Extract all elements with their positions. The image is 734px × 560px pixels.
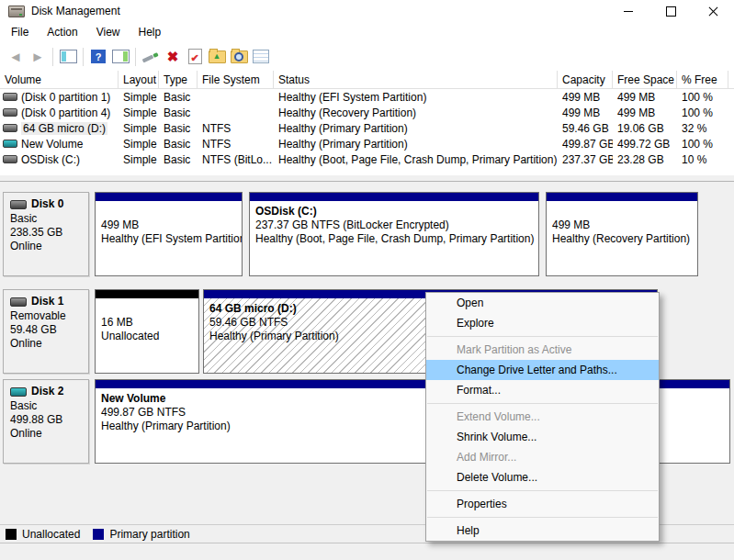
open-folder-icon[interactable]: ▲ [206, 47, 228, 67]
mark-active-icon[interactable]: ✔ [184, 47, 206, 67]
menu-action[interactable]: Action [38, 23, 86, 41]
disk-icon [10, 297, 27, 307]
volume-disk-icon [3, 155, 17, 163]
views-icon[interactable] [250, 47, 272, 67]
context-menu-properties[interactable]: Properties [426, 494, 659, 514]
toolbar-separator [135, 48, 136, 66]
partition-osdisk-c[interactable]: OSDisk (C:) 237.37 GB NTFS (BitLocker En… [249, 192, 539, 276]
maximize-icon [666, 6, 676, 17]
volume-disk-icon [3, 93, 17, 101]
context-menu-explore[interactable]: Explore [426, 313, 659, 333]
context-menu-delete-volume[interactable]: Delete Volume... [426, 467, 659, 487]
volume-disk-icon [3, 124, 17, 132]
action-pane-icon[interactable] [109, 47, 131, 67]
window-title: Disk Management [31, 5, 120, 17]
context-menu-open[interactable]: Open [426, 293, 659, 313]
unallocated-legend-label: Unallocated [22, 528, 80, 541]
header-volume[interactable]: Volume [0, 71, 119, 88]
toolbar-separator [83, 48, 84, 66]
toolbar-separator [52, 48, 53, 66]
header-capacity[interactable]: Capacity [558, 71, 613, 88]
titlebar: Disk Management [0, 0, 734, 22]
primary-partition-bar [96, 193, 242, 201]
disk2-label[interactable]: Disk 2 Basic 499.88 GB Online [3, 379, 89, 464]
pane-splitter[interactable] [0, 175, 734, 182]
volume-row[interactable]: (Disk 0 partition 4) Simple Basic Health… [0, 105, 734, 120]
header-pct-free[interactable]: % Free [677, 71, 728, 88]
help-icon[interactable]: ? [87, 47, 109, 67]
minimize-icon [624, 11, 633, 12]
context-menu-separator [427, 490, 658, 491]
context-menu-change-drive-letter[interactable]: Change Drive Letter and Paths... [426, 360, 659, 380]
primary-partition-legend-label: Primary partition [109, 528, 189, 541]
back-icon[interactable]: ◄ [5, 47, 27, 67]
menu-view[interactable]: View [87, 23, 130, 41]
app-disk-icon [8, 6, 25, 17]
partition-unallocated[interactable]: 16 MB Unallocated [95, 289, 199, 374]
explore-folder-icon[interactable] [228, 47, 250, 67]
context-menu-separator [427, 403, 658, 404]
context-menu-shrink-volume[interactable]: Shrink Volume... [426, 427, 659, 447]
primary-partition-bar [250, 193, 538, 201]
context-menu-extend-volume: Extend Volume... [426, 407, 659, 427]
volume-list: Volume Layout Type File System Status Ca… [0, 71, 734, 175]
context-menu-add-mirror: Add Mirror... [426, 447, 659, 467]
partition-efi[interactable]: 499 MB Healthy (EFI System Partition) [95, 192, 243, 276]
minimize-button[interactable] [607, 0, 649, 22]
context-menu-separator [427, 517, 658, 518]
menubar: File Action View Help [0, 22, 734, 42]
menu-file[interactable]: File [2, 23, 38, 41]
volume-disk-icon [3, 140, 17, 148]
volume-row[interactable]: OSDisk (C:) Simple Basic NTFS (BitLo... … [0, 151, 734, 167]
toolbar: ◄ ► ? ✖ ✔ ▲ [0, 42, 734, 72]
primary-partition-swatch [93, 529, 104, 540]
close-button[interactable] [692, 0, 734, 22]
context-menu-help[interactable]: Help [426, 521, 659, 541]
unallocated-bar [96, 290, 198, 298]
console-tree-icon[interactable] [57, 47, 79, 67]
unallocated-swatch [6, 529, 17, 540]
disk1-label[interactable]: Disk 1 Removable 59.48 GB Online [3, 289, 89, 374]
volume-row[interactable]: (Disk 0 partition 1) Simple Basic Health… [0, 89, 734, 105]
context-menu: Open Explore Mark Partition as Active Ch… [425, 292, 660, 542]
primary-partition-bar [547, 193, 697, 201]
maximize-button[interactable] [649, 0, 692, 22]
volume-row[interactable]: New Volume Simple Basic NTFS Healthy (Pr… [0, 136, 734, 151]
disk-management-window: Disk Management File Action View Help ◄ … [0, 0, 734, 560]
volume-list-header: Volume Layout Type File System Status Ca… [0, 71, 734, 89]
properties-icon[interactable] [140, 47, 162, 67]
disk-icon [10, 387, 27, 397]
header-free-space[interactable]: Free Space [613, 71, 677, 88]
context-menu-separator [427, 336, 658, 337]
context-menu-mark-partition-active: Mark Partition as Active [426, 340, 659, 360]
partition-recovery[interactable]: 499 MB Healthy (Recovery Partition) [546, 192, 698, 276]
disk-icon [10, 200, 27, 209]
header-type[interactable]: Type [159, 71, 198, 88]
forward-icon[interactable]: ► [27, 47, 49, 67]
header-layout[interactable]: Layout [119, 71, 159, 88]
header-file-system[interactable]: File System [198, 71, 274, 88]
delete-volume-icon[interactable]: ✖ [162, 47, 184, 67]
disk-row-0: Disk 0 Basic 238.35 GB Online 499 MB Hea… [0, 192, 734, 276]
header-status[interactable]: Status [274, 71, 558, 88]
volume-disk-icon [3, 108, 17, 117]
disk0-label[interactable]: Disk 0 Basic 238.35 GB Online [3, 192, 89, 276]
menu-help[interactable]: Help [130, 23, 171, 41]
header-filler [728, 71, 734, 88]
volume-row-selected[interactable]: 64 GB micro (D:) Simple Basic NTFS Healt… [0, 120, 734, 136]
context-menu-format[interactable]: Format... [426, 380, 659, 400]
close-icon [708, 6, 718, 17]
